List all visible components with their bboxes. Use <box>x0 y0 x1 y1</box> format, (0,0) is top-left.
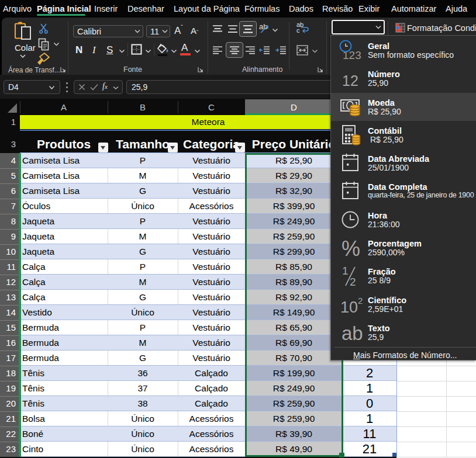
svg-text:2: 2 <box>350 276 356 287</box>
svg-text:123: 123 <box>343 49 361 61</box>
svg-text:12: 12 <box>342 72 358 89</box>
svg-text:%: % <box>342 237 360 259</box>
svg-text:10: 10 <box>340 299 358 315</box>
svg-text:1: 1 <box>342 265 349 277</box>
svg-text:2: 2 <box>358 296 363 306</box>
svg-text:ab: ab <box>342 322 363 344</box>
